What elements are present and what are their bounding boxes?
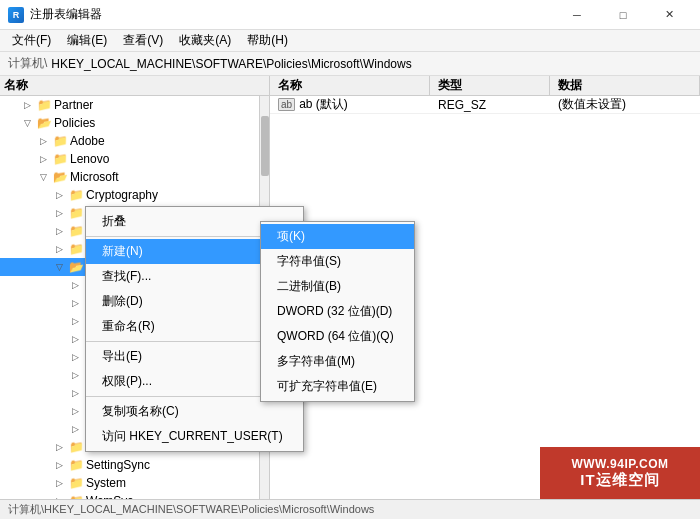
folder-icon: 📁 — [36, 99, 52, 112]
window-title: 注册表编辑器 — [30, 6, 554, 23]
expand-icon: ▽ — [36, 170, 50, 184]
submenu-item-key[interactable]: 项(K) — [261, 224, 414, 249]
cell-name: ab ab (默认) — [270, 96, 430, 113]
submenu-item-multistring[interactable]: 多字符串值(M) — [261, 349, 414, 374]
menu-view[interactable]: 查看(V) — [115, 30, 171, 52]
folder-icon: 📁 — [68, 495, 84, 500]
ctx-label-new: 新建(N) — [102, 243, 143, 260]
ctx-label-export: 导出(E) — [102, 348, 142, 365]
expand-icon: ▷ — [52, 224, 66, 238]
submenu: 项(K) 字符串值(S) 二进制值(B) DWORD (32 位值)(D) QW… — [260, 221, 415, 402]
ctx-label-rename: 重命名(R) — [102, 318, 155, 335]
expand-icon: ▷ — [20, 98, 34, 112]
right-row-default[interactable]: ab ab (默认) REG_SZ (数值未设置) — [270, 96, 700, 114]
tree-item-wcmsvc[interactable]: ▷ 📁 WcmSvc — [0, 492, 269, 499]
expand-icon: ▷ — [68, 350, 82, 364]
folder-icon: 📁 — [68, 459, 84, 472]
folder-icon: 📁 — [68, 225, 84, 238]
tree-label: Partner — [54, 98, 93, 112]
main-content: 名称 ▷ 📁 Partner ▽ 📂 Policies ▷ 📁 Adobe ▷ … — [0, 76, 700, 499]
expand-icon: ▷ — [36, 134, 50, 148]
scrollbar-thumb[interactable] — [261, 116, 269, 176]
folder-icon: 📁 — [68, 477, 84, 490]
tree-item-adobe[interactable]: ▷ 📁 Adobe — [0, 132, 269, 150]
folder-icon: 📁 — [68, 189, 84, 202]
watermark-url: WWW.94IP.COM — [571, 457, 668, 471]
ctx-access-hkcu[interactable]: 访问 HKEY_CURRENT_USER(T) — [86, 424, 303, 449]
folder-icon: 📂 — [36, 117, 52, 130]
menu-edit[interactable]: 编辑(E) — [59, 30, 115, 52]
maximize-button[interactable]: □ — [600, 0, 646, 30]
expand-icon: ▷ — [52, 476, 66, 490]
tree-item-lenovo[interactable]: ▷ 📁 Lenovo — [0, 150, 269, 168]
col-header-name: 名称 — [270, 76, 430, 95]
value-icon: ab — [278, 98, 295, 111]
folder-icon: 📁 — [68, 243, 84, 256]
submenu-item-expandstring[interactable]: 可扩充字符串值(E) — [261, 374, 414, 399]
folder-icon: 📁 — [68, 207, 84, 220]
address-bar: 计算机\ HKEY_LOCAL_MACHINE\SOFTWARE\Policie… — [0, 52, 700, 76]
folder-icon: 📁 — [52, 153, 68, 166]
folder-icon: 📁 — [52, 135, 68, 148]
menu-file[interactable]: 文件(F) — [4, 30, 59, 52]
expand-icon: ▷ — [68, 368, 82, 382]
expand-icon: ▷ — [52, 440, 66, 454]
watermark-title: IT运维空间 — [580, 471, 659, 490]
expand-icon: ▷ — [68, 314, 82, 328]
tree-item-cryptography[interactable]: ▷ 📁 Cryptography — [0, 186, 269, 204]
expand-icon: ▽ — [52, 260, 66, 274]
tree-item-settingsync[interactable]: ▷ 📁 SettingSync — [0, 456, 269, 474]
submenu-item-binary[interactable]: 二进制值(B) — [261, 274, 414, 299]
submenu-item-string[interactable]: 字符串值(S) — [261, 249, 414, 274]
expand-icon: ▷ — [52, 206, 66, 220]
tree-item-microsoft[interactable]: ▽ 📂 Microsoft — [0, 168, 269, 186]
ctx-label-collapse: 折叠 — [102, 213, 126, 230]
folder-icon: 📂 — [68, 261, 84, 274]
submenu-item-qword[interactable]: QWORD (64 位值)(Q) — [261, 324, 414, 349]
tree-label: Adobe — [70, 134, 105, 148]
folder-icon: 📂 — [52, 171, 68, 184]
tree-label: Policies — [54, 116, 95, 130]
menu-help[interactable]: 帮助(H) — [239, 30, 296, 52]
tree-label: Cryptography — [86, 188, 158, 202]
address-label: 计算机\ — [8, 55, 47, 72]
col-header-type: 类型 — [430, 76, 550, 95]
tree-item-policies[interactable]: ▽ 📂 Policies — [0, 114, 269, 132]
window-controls: ─ □ ✕ — [554, 0, 692, 30]
ctx-label-find: 查找(F)... — [102, 268, 151, 285]
ctx-label-delete: 删除(D) — [102, 293, 143, 310]
watermark: WWW.94IP.COM IT运维空间 — [540, 447, 700, 499]
expand-icon: ▷ — [68, 404, 82, 418]
expand-icon: ▷ — [68, 386, 82, 400]
expand-icon: ▷ — [68, 296, 82, 310]
submenu-item-dword[interactable]: DWORD (32 位值)(D) — [261, 299, 414, 324]
tree-item-partner[interactable]: ▷ 📁 Partner — [0, 96, 269, 114]
expand-icon: ▷ — [68, 332, 82, 346]
close-button[interactable]: ✕ — [646, 0, 692, 30]
ctx-label-access-hkcu: 访问 HKEY_CURRENT_USER(T) — [102, 428, 283, 445]
col-header-data: 数据 — [550, 76, 700, 95]
expand-icon: ▷ — [52, 494, 66, 499]
menu-favorites[interactable]: 收藏夹(A) — [171, 30, 239, 52]
minimize-button[interactable]: ─ — [554, 0, 600, 30]
address-path: HKEY_LOCAL_MACHINE\SOFTWARE\Policies\Mic… — [51, 57, 411, 71]
ctx-copy-name[interactable]: 复制项名称(C) — [86, 399, 303, 424]
tree-header: 名称 — [0, 76, 269, 96]
tree-label: SettingSync — [86, 458, 150, 472]
status-text: 计算机\HKEY_LOCAL_MACHINE\SOFTWARE\Policies… — [8, 502, 374, 517]
tree-label: WcmSvc — [86, 494, 133, 499]
cell-data: (数值未设置) — [550, 96, 700, 113]
tree-label: Microsoft — [70, 170, 119, 184]
status-bar: 计算机\HKEY_LOCAL_MACHINE\SOFTWARE\Policies… — [0, 499, 700, 519]
menu-bar: 文件(F) 编辑(E) 查看(V) 收藏夹(A) 帮助(H) — [0, 30, 700, 52]
cell-type: REG_SZ — [430, 98, 550, 112]
tree-label: Lenovo — [70, 152, 109, 166]
expand-icon: ▷ — [52, 242, 66, 256]
title-bar: R 注册表编辑器 ─ □ ✕ — [0, 0, 700, 30]
ctx-label-permission: 权限(P)... — [102, 373, 152, 390]
expand-icon: ▷ — [68, 422, 82, 436]
ctx-label-copy-name: 复制项名称(C) — [102, 403, 179, 420]
expand-icon: ▷ — [36, 152, 50, 166]
value-name: ab (默认) — [299, 96, 348, 113]
tree-item-system[interactable]: ▷ 📁 System — [0, 474, 269, 492]
